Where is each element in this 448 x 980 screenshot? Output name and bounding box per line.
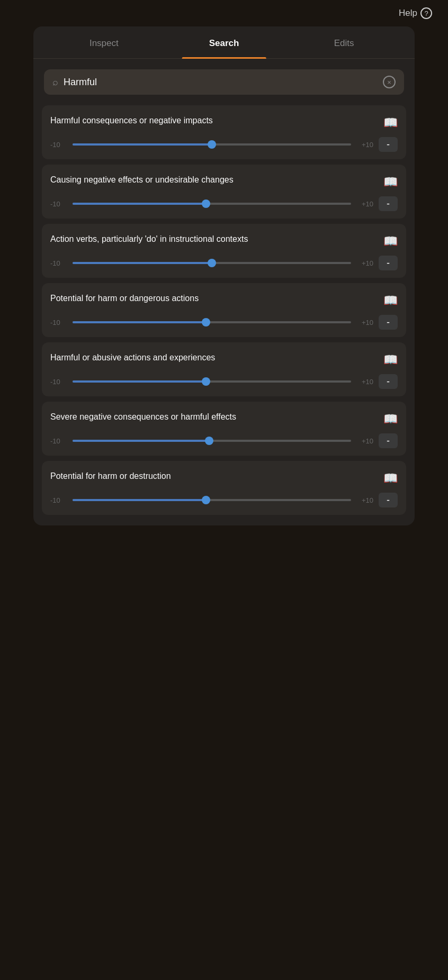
book-icon[interactable]: 📖 xyxy=(383,471,398,485)
slider-track[interactable] xyxy=(73,262,351,264)
slider-min-label: -10 xyxy=(50,496,67,504)
search-bar-container: ⌕ × xyxy=(33,59,415,100)
search-icon: ⌕ xyxy=(52,77,58,88)
tab-inspect[interactable]: Inspect xyxy=(44,26,164,58)
result-card-header: Potential for harm or destruction 📖 xyxy=(50,470,398,485)
result-title: Action verbs, particularly 'do' in instr… xyxy=(50,233,383,245)
slider-row: -10 +10 - xyxy=(50,137,398,152)
book-icon[interactable]: 📖 xyxy=(383,175,398,189)
search-input[interactable] xyxy=(64,77,378,88)
tab-search[interactable]: Search xyxy=(164,26,284,58)
slider-max-label: +10 xyxy=(356,319,373,326)
result-card: Action verbs, particularly 'do' in instr… xyxy=(42,224,406,278)
slider-row: -10 +10 - xyxy=(50,196,398,211)
slider-row: -10 +10 - xyxy=(50,315,398,330)
result-card-header: Causing negative effects or undesirable … xyxy=(50,174,398,189)
result-card-header: Severe negative consequences or harmful … xyxy=(50,411,398,426)
slider-row: -10 +10 - xyxy=(50,493,398,507)
slider-max-label: +10 xyxy=(356,200,373,208)
slider-track[interactable] xyxy=(73,440,351,442)
result-card: Harmful or abusive actions and experienc… xyxy=(42,342,406,396)
result-card: Causing negative effects or undesirable … xyxy=(42,165,406,219)
slider-min-label: -10 xyxy=(50,259,67,267)
result-card: Potential for harm or destruction 📖 -10 … xyxy=(42,461,406,515)
result-card-header: Harmful or abusive actions and experienc… xyxy=(50,352,398,367)
result-title: Causing negative effects or undesirable … xyxy=(50,174,383,186)
slider-min-label: -10 xyxy=(50,141,67,149)
slider-max-label: +10 xyxy=(356,437,373,445)
result-card: Severe negative consequences or harmful … xyxy=(42,402,406,456)
help-label: Help xyxy=(399,8,417,19)
result-card: Potential for harm or dangerous actions … xyxy=(42,283,406,337)
result-title: Potential for harm or destruction xyxy=(50,470,383,482)
minus-button[interactable]: - xyxy=(379,196,398,211)
book-icon[interactable]: 📖 xyxy=(383,412,398,426)
minus-button[interactable]: - xyxy=(379,493,398,507)
main-container: Inspect Search Edits ⌕ × Harmful consequ… xyxy=(33,26,415,525)
help-icon: ? xyxy=(420,7,432,19)
slider-max-label: +10 xyxy=(356,378,373,386)
tab-bar: Inspect Search Edits xyxy=(33,26,415,59)
result-title: Harmful consequences or negative impacts xyxy=(50,115,383,126)
book-icon[interactable]: 📖 xyxy=(383,353,398,367)
results-list: Harmful consequences or negative impacts… xyxy=(33,100,415,525)
result-card-header: Potential for harm or dangerous actions … xyxy=(50,293,398,307)
slider-track[interactable] xyxy=(73,203,351,205)
minus-button[interactable]: - xyxy=(379,137,398,152)
result-card-header: Harmful consequences or negative impacts… xyxy=(50,115,398,130)
slider-track[interactable] xyxy=(73,380,351,383)
slider-max-label: +10 xyxy=(356,141,373,149)
slider-max-label: +10 xyxy=(356,496,373,504)
clear-button[interactable]: × xyxy=(383,76,396,88)
minus-button[interactable]: - xyxy=(379,433,398,448)
search-bar: ⌕ × xyxy=(44,69,404,95)
slider-min-label: -10 xyxy=(50,437,67,445)
slider-min-label: -10 xyxy=(50,200,67,208)
book-icon[interactable]: 📖 xyxy=(383,294,398,307)
slider-row: -10 +10 - xyxy=(50,374,398,389)
minus-button[interactable]: - xyxy=(379,315,398,330)
minus-button[interactable]: - xyxy=(379,374,398,389)
book-icon[interactable]: 📖 xyxy=(383,234,398,248)
result-card-header: Action verbs, particularly 'do' in instr… xyxy=(50,233,398,248)
slider-track[interactable] xyxy=(73,499,351,501)
slider-max-label: +10 xyxy=(356,259,373,267)
top-bar: Help ? xyxy=(0,0,448,26)
slider-track[interactable] xyxy=(73,321,351,323)
slider-min-label: -10 xyxy=(50,319,67,326)
result-title: Harmful or abusive actions and experienc… xyxy=(50,352,383,364)
book-icon[interactable]: 📖 xyxy=(383,116,398,130)
tab-edits[interactable]: Edits xyxy=(284,26,404,58)
result-card: Harmful consequences or negative impacts… xyxy=(42,105,406,159)
slider-min-label: -10 xyxy=(50,378,67,386)
slider-track[interactable] xyxy=(73,143,351,146)
result-title: Severe negative consequences or harmful … xyxy=(50,411,383,423)
help-button[interactable]: Help ? xyxy=(399,7,432,19)
result-title: Potential for harm or dangerous actions xyxy=(50,293,383,304)
slider-row: -10 +10 - xyxy=(50,256,398,270)
slider-row: -10 +10 - xyxy=(50,433,398,448)
minus-button[interactable]: - xyxy=(379,256,398,270)
